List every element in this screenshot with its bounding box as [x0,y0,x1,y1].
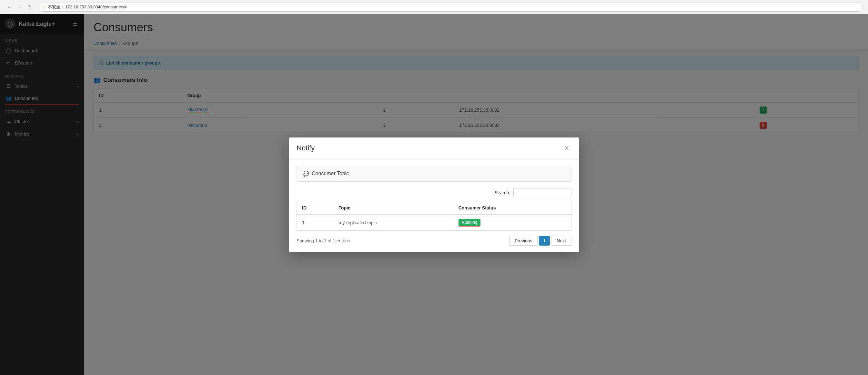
modal-body: 💬 Consumer Topic Search: ID Topic Consum… [289,159,579,252]
address-bar: ⚠ 不安全 | 172.16.253.39:8048/consumers# [38,3,863,11]
section-label: Consumer Topic [312,171,349,177]
modal-col-id: ID [297,201,334,215]
security-icon: ⚠ [42,5,46,9]
security-label: 不安全 [48,4,60,10]
search-input[interactable] [514,188,571,197]
next-button[interactable]: Next [551,236,571,246]
search-label: Search: [495,190,510,195]
modal-overlay[interactable]: Notify X 💬 Consumer Topic Search: ID Top… [0,14,868,375]
consumer-topic-section: 💬 Consumer Topic [297,166,571,182]
modal-close-button[interactable]: X [562,143,571,153]
search-row: Search: [297,188,571,197]
previous-button[interactable]: Previous [509,236,537,246]
modal-col-topic: Topic [334,201,453,215]
forward-button[interactable]: → [16,3,24,11]
refresh-button[interactable]: ↻ [26,3,34,11]
modal-col-status: Consumer Status [453,201,571,215]
url-text: | [62,4,63,9]
modal-table-container: ID Topic Consumer Status 1 my-replicated… [297,201,571,231]
pagination: Previous 1 Next [509,236,571,246]
nav-buttons: ← → ↻ [5,3,34,11]
modal-row-status: Running [453,215,571,230]
speech-bubble-icon: 💬 [303,171,309,177]
url-display: 172.16.253.39:8048/consumers# [65,4,126,9]
pagination-row: Showing 1 to 1 of 1 entries Previous 1 N… [297,236,571,246]
modal-row-id: 1 [297,215,334,230]
browser-chrome: ← → ↻ ⚠ 不安全 | 172.16.253.39:8048/consume… [0,0,868,14]
modal-row-topic: my-replicated-topic [334,215,453,230]
modal-table: ID Topic Consumer Status 1 my-replicated… [297,201,571,230]
running-badge: Running [459,219,481,226]
modal-header: Notify X [289,137,579,159]
notify-modal: Notify X 💬 Consumer Topic Search: ID Top… [289,137,579,252]
modal-table-row: 1 my-replicated-topic Running [297,215,571,230]
back-button[interactable]: ← [5,3,13,11]
showing-text: Showing 1 to 1 of 1 entries [297,238,350,243]
page-1-button[interactable]: 1 [539,236,550,246]
modal-title: Notify [297,144,315,152]
